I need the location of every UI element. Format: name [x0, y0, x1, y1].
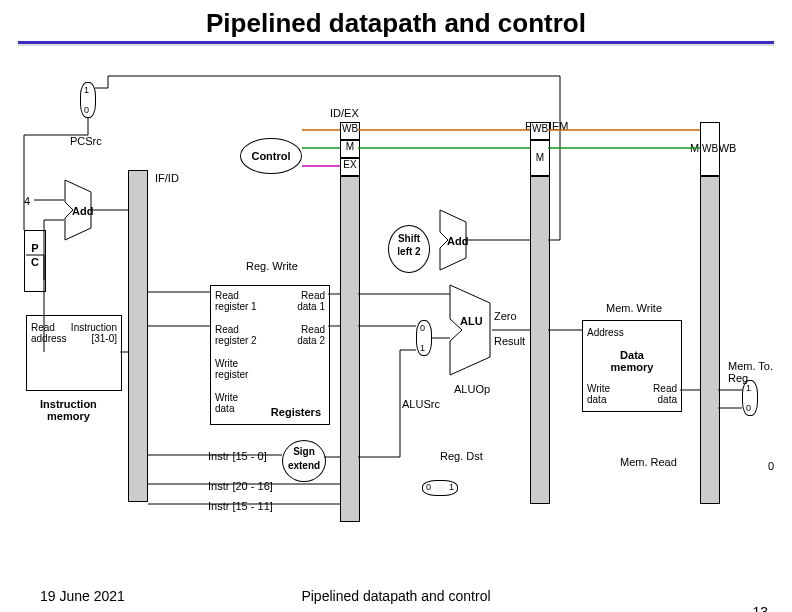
footer-page: 13 [752, 604, 768, 612]
page-title: Pipelined datapath and control [0, 8, 792, 39]
wiring-overlay [0, 60, 792, 560]
footer-date: 19 June 2021 [40, 588, 125, 604]
footer: 19 June 2021 Pipelined datapath and cont… [0, 588, 792, 604]
title-rule [18, 41, 774, 46]
